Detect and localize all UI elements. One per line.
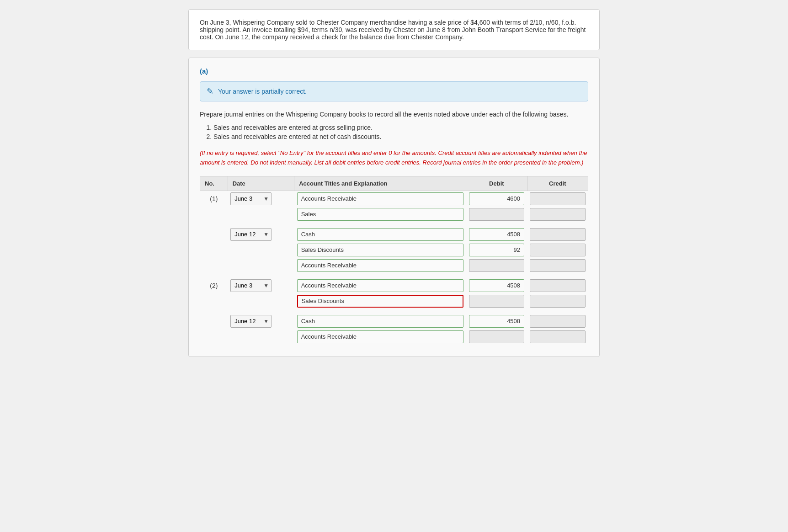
account-input[interactable] [297, 315, 463, 328]
date-select[interactable]: June 3 June 8 June 12 [230, 279, 272, 292]
credit-cell[interactable] [527, 258, 588, 273]
credit-input[interactable] [530, 208, 585, 221]
table-row: June 3 June 8 June 12 ▼ [200, 227, 588, 242]
account-input[interactable] [297, 295, 463, 308]
debit-cell[interactable] [466, 191, 527, 207]
section-label: (a) [200, 67, 588, 75]
problem-card: On June 3, Whispering Company sold to Ch… [188, 9, 600, 50]
basis-1: Sales and receivables are entered at gro… [213, 124, 588, 131]
credit-cell[interactable] [527, 227, 588, 242]
instruction-text: Prepare journal entries on the Whisperin… [200, 110, 588, 119]
credit-input[interactable] [530, 259, 585, 272]
debit-input[interactable] [469, 244, 524, 256]
header-debit: Debit [466, 176, 527, 191]
credit-input[interactable] [530, 228, 585, 241]
credit-input[interactable] [530, 295, 585, 308]
credit-input[interactable] [530, 244, 585, 256]
account-input[interactable] [297, 208, 463, 221]
debit-input[interactable] [469, 192, 524, 205]
debit-cell[interactable] [466, 258, 527, 273]
account-input[interactable] [297, 228, 463, 241]
table-row [200, 242, 588, 258]
debit-input[interactable] [469, 315, 524, 328]
credit-cell[interactable] [527, 242, 588, 258]
pencil-icon: ✎ [207, 86, 213, 96]
table-row [200, 258, 588, 273]
debit-input[interactable] [469, 330, 524, 343]
credit-cell[interactable] [527, 293, 588, 309]
section-a-card: (a) ✎ Your answer is partially correct. … [188, 58, 600, 357]
table-row [200, 293, 588, 309]
credit-cell[interactable] [527, 278, 588, 293]
date-cell[interactable]: June 3 June 8 June 12 ▼ [228, 314, 294, 329]
row-no: (2) [200, 278, 228, 293]
basis-2: Sales and receivables are entered at net… [213, 133, 588, 140]
partial-correct-alert: ✎ Your answer is partially correct. [200, 81, 588, 101]
date-select[interactable]: June 3 June 8 June 12 [230, 315, 272, 328]
account-cell[interactable] [294, 191, 466, 207]
debit-cell[interactable] [466, 207, 527, 222]
header-account: Account Titles and Explanation [294, 176, 466, 191]
debit-cell[interactable] [466, 314, 527, 329]
debit-input[interactable] [469, 208, 524, 221]
account-cell[interactable] [294, 207, 466, 222]
bases-list: Sales and receivables are entered at gro… [213, 124, 588, 140]
debit-input[interactable] [469, 295, 524, 308]
debit-cell[interactable] [466, 278, 527, 293]
credit-input[interactable] [530, 330, 585, 343]
account-cell[interactable] [294, 329, 466, 345]
account-cell[interactable] [294, 278, 466, 293]
debit-cell[interactable] [466, 242, 527, 258]
credit-cell[interactable] [527, 207, 588, 222]
table-row [200, 207, 588, 222]
header-credit: Credit [527, 176, 588, 191]
header-date: Date [228, 176, 294, 191]
debit-cell[interactable] [466, 227, 527, 242]
credit-cell[interactable] [527, 191, 588, 207]
account-cell[interactable] [294, 293, 466, 309]
account-input[interactable] [297, 259, 463, 272]
problem-text: On June 3, Whispering Company sold to Ch… [200, 19, 588, 41]
account-cell[interactable] [294, 258, 466, 273]
account-input[interactable] [297, 244, 463, 256]
account-cell[interactable] [294, 227, 466, 242]
credit-cell[interactable] [527, 329, 588, 345]
account-cell[interactable] [294, 314, 466, 329]
debit-input[interactable] [469, 228, 524, 241]
account-cell[interactable] [294, 242, 466, 258]
table-row: June 3 June 8 June 12 ▼ [200, 314, 588, 329]
debit-cell[interactable] [466, 329, 527, 345]
account-input[interactable] [297, 192, 463, 205]
account-input[interactable] [297, 330, 463, 343]
debit-cell[interactable] [466, 293, 527, 309]
date-select[interactable]: June 3 June 8 June 12 [230, 192, 272, 205]
journal-table: No. Date Account Titles and Explanation … [200, 176, 588, 347]
date-select[interactable]: June 3 June 8 June 12 [230, 228, 272, 241]
account-input[interactable] [297, 279, 463, 292]
debit-input[interactable] [469, 259, 524, 272]
debit-input[interactable] [469, 279, 524, 292]
date-cell[interactable]: June 3 June 8 June 12 ▼ [228, 191, 294, 207]
date-cell[interactable]: June 3 June 8 June 12 ▼ [228, 278, 294, 293]
table-row: (1) June 3 June 8 June 12 ▼ [200, 191, 588, 207]
warning-text: (If no entry is required, select "No Ent… [200, 149, 588, 168]
credit-cell[interactable] [527, 314, 588, 329]
table-row [200, 329, 588, 345]
credit-input[interactable] [530, 192, 585, 205]
date-cell[interactable]: June 3 June 8 June 12 ▼ [228, 227, 294, 242]
credit-input[interactable] [530, 279, 585, 292]
header-no: No. [200, 176, 228, 191]
table-row: (2) June 3 June 8 June 12 ▼ [200, 278, 588, 293]
alert-text: Your answer is partially correct. [218, 88, 307, 95]
credit-input[interactable] [530, 315, 585, 328]
row-no: (1) [200, 191, 228, 207]
